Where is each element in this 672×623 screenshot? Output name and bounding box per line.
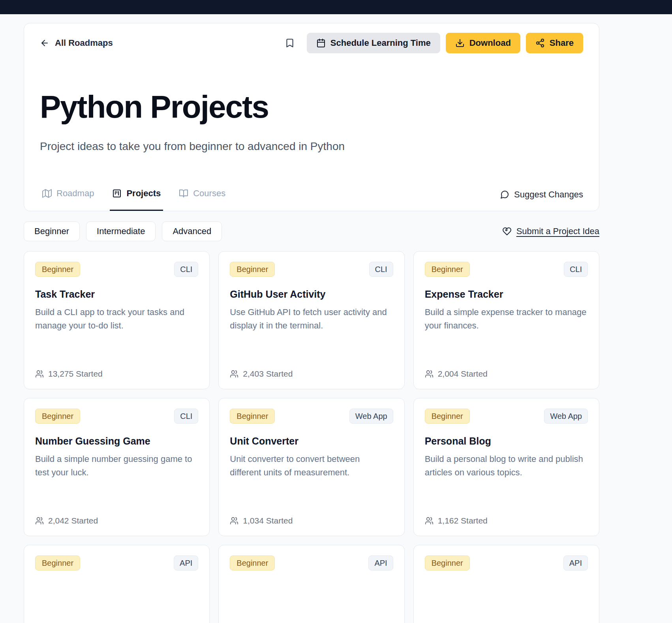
bookmark-icon — [285, 38, 295, 48]
share-button[interactable]: Share — [526, 33, 583, 53]
download-button[interactable]: Download — [446, 33, 520, 53]
project-type-tag: Web App — [544, 409, 588, 424]
message-bubble-icon — [500, 190, 509, 199]
map-icon — [42, 189, 52, 198]
kanban-square-icon — [112, 189, 122, 198]
project-type-tag: CLI — [174, 409, 198, 424]
tab-courses-label: Courses — [193, 188, 225, 199]
download-icon — [455, 38, 465, 48]
users-icon — [35, 516, 44, 525]
users-icon — [230, 516, 238, 525]
book-open-icon — [179, 189, 188, 198]
schedule-learning-time-button[interactable]: Schedule Learning Time — [307, 33, 440, 53]
tabs-row: Roadmap Projects Courses Suggest Changes — [40, 188, 583, 211]
card-header: Beginner Web App — [230, 409, 393, 424]
project-description: Build a CLI app to track your tasks and … — [35, 306, 198, 332]
project-title: Personal Blog — [425, 435, 588, 447]
difficulty-badge: Beginner — [35, 409, 80, 424]
project-card-partial-1[interactable]: Beginner API — [24, 545, 210, 623]
submit-project-idea-link[interactable]: Submit a Project Idea — [502, 226, 599, 236]
download-button-label: Download — [469, 39, 511, 47]
project-type-tag: API — [174, 555, 198, 570]
difficulty-badge: Beginner — [425, 409, 470, 424]
users-icon — [425, 516, 434, 525]
submit-project-idea-label: Submit a Project Idea — [516, 226, 599, 236]
filter-advanced[interactable]: Advanced — [162, 221, 222, 241]
project-card-partial-3[interactable]: Beginner API — [413, 545, 599, 623]
projects-grid: Beginner CLI Task Tracker Build a CLI ap… — [24, 251, 599, 623]
tab-projects-label: Projects — [126, 188, 161, 199]
users-icon — [35, 370, 44, 378]
project-title: Expense Tracker — [425, 289, 588, 300]
users-icon — [425, 370, 434, 378]
suggest-changes-label: Suggest Changes — [514, 190, 583, 200]
calendar-icon — [316, 38, 326, 48]
top-navigation-bar — [0, 0, 672, 14]
project-type-tag: Web App — [349, 409, 393, 424]
difficulty-badge: Beginner — [35, 555, 80, 570]
page-container: All Roadmaps Schedule Learning Time Down… — [24, 23, 599, 623]
started-count-label: 2,403 Started — [243, 369, 293, 379]
difficulty-badge: Beginner — [35, 262, 80, 277]
project-card-partial-2[interactable]: Beginner API — [218, 545, 404, 623]
suggest-changes-button[interactable]: Suggest Changes — [500, 190, 583, 211]
started-count-label: 2,004 Started — [438, 369, 488, 379]
tab-roadmap[interactable]: Roadmap — [40, 188, 96, 211]
card-header: Beginner API — [425, 555, 588, 570]
roadmap-header-card: All Roadmaps Schedule Learning Time Down… — [24, 23, 599, 211]
started-count: 2,042 Started — [35, 516, 198, 525]
project-type-tag: CLI — [174, 262, 198, 277]
tab-projects[interactable]: Projects — [110, 188, 163, 211]
card-header: Beginner API — [230, 555, 393, 570]
filter-intermediate[interactable]: Intermediate — [86, 221, 156, 241]
project-card-expense-tracker[interactable]: Beginner CLI Expense Tracker Build a sim… — [413, 251, 599, 389]
project-card-github-user-activity[interactable]: Beginner CLI GitHub User Activity Use Gi… — [218, 251, 404, 389]
share-icon — [535, 38, 545, 48]
card-header: Beginner API — [35, 555, 198, 570]
header-actions: Schedule Learning Time Download Share — [285, 33, 583, 53]
project-card-number-guessing-game[interactable]: Beginner CLI Number Guessing Game Build … — [24, 398, 210, 536]
project-card-personal-blog[interactable]: Beginner Web App Personal Blog Build a p… — [413, 398, 599, 536]
difficulty-badge: Beginner — [230, 555, 275, 570]
difficulty-badge: Beginner — [230, 409, 275, 424]
project-title: Number Guessing Game — [35, 435, 198, 447]
started-count-label: 13,275 Started — [48, 369, 103, 379]
difficulty-badge: Beginner — [230, 262, 275, 277]
project-title: Task Tracker — [35, 289, 198, 300]
page-title: Python Projects — [40, 91, 583, 123]
project-description: Use GitHub API to fetch user activity an… — [230, 306, 393, 332]
card-header: Beginner CLI — [35, 409, 198, 424]
heart-hands-icon — [502, 227, 512, 236]
started-count: 2,004 Started — [425, 369, 588, 379]
project-card-task-tracker[interactable]: Beginner CLI Task Tracker Build a CLI ap… — [24, 251, 210, 389]
started-count-label: 2,042 Started — [48, 516, 98, 525]
card-header: Beginner CLI — [230, 262, 393, 277]
started-count-label: 1,162 Started — [438, 516, 488, 525]
tab-courses[interactable]: Courses — [176, 188, 228, 211]
project-type-tag: API — [368, 555, 393, 570]
project-description: Build a simple number guessing game to t… — [35, 452, 198, 479]
project-type-tag: CLI — [564, 262, 588, 277]
back-link-label: All Roadmaps — [55, 38, 113, 48]
difficulty-badge: Beginner — [425, 262, 470, 277]
project-title: Unit Converter — [230, 435, 393, 447]
started-count: 1,034 Started — [230, 516, 393, 525]
started-count: 2,403 Started — [230, 369, 393, 379]
project-description: Build a simple expense tracker to manage… — [425, 306, 588, 332]
difficulty-badge: Beginner — [425, 555, 470, 570]
card-header: Beginner Web App — [425, 409, 588, 424]
users-icon — [230, 370, 238, 378]
filter-beginner[interactable]: Beginner — [24, 221, 80, 241]
tab-roadmap-label: Roadmap — [56, 188, 94, 199]
started-count-label: 1,034 Started — [243, 516, 293, 525]
started-count: 1,162 Started — [425, 516, 588, 525]
difficulty-filter-row: Beginner Intermediate Advanced Submit a … — [24, 221, 599, 241]
arrow-left-icon — [40, 38, 49, 48]
back-to-all-roadmaps-link[interactable]: All Roadmaps — [40, 38, 113, 48]
share-button-label: Share — [550, 39, 574, 47]
project-type-tag: API — [563, 555, 588, 570]
project-card-unit-converter[interactable]: Beginner Web App Unit Converter Unit con… — [218, 398, 404, 536]
project-type-tag: CLI — [369, 262, 393, 277]
project-description: Unit converter to convert between differ… — [230, 452, 393, 479]
bookmark-button[interactable] — [285, 38, 295, 48]
